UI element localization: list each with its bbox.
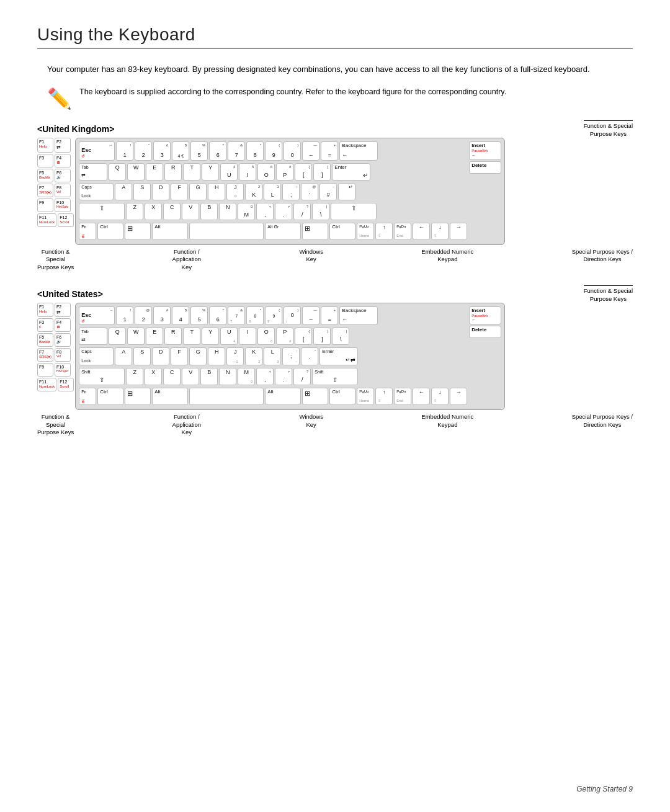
- us-key-o: O 6: [257, 328, 275, 345]
- uk-key-dash: — –: [302, 141, 319, 160]
- uk-key-rbrace: } ]: [313, 163, 331, 181]
- us-key-rightarrow: →: [450, 388, 467, 405]
- uk-key-ctrl2: Ctrl: [329, 223, 355, 240]
- uk-key-lparen: ( 9: [265, 141, 282, 160]
- uk-fn-sidebar: F1 Help F2 ⇄ F3 F4: [37, 138, 74, 226]
- uk-key-pgup: PgUp Home: [357, 223, 374, 240]
- us-key-insert: Insert PauseBrk ←: [469, 306, 501, 324]
- us-kbd-main: ~ Esc ↺ ! 1 @ 2: [79, 306, 467, 406]
- us-key-esc: ~ Esc ↺: [79, 306, 115, 325]
- uk-fn-row6: F11 NumLock F12 Scroll: [37, 213, 74, 227]
- us-key-m: M 0: [238, 368, 255, 385]
- uk-fn-row4: F7 SRS(●) F8 Vol: [37, 184, 74, 197]
- us-key-v: V: [182, 368, 199, 385]
- us-f12-key: F12 Scroll: [58, 378, 74, 391]
- us-key-hash: # 3: [153, 306, 171, 325]
- us-key-win: ⊞: [125, 388, 151, 405]
- uk-ann-left: Function &SpecialPurpose Keys: [37, 248, 74, 272]
- uk-key-leftarrow: ←: [413, 223, 430, 240]
- uk-right-keys: Insert PauseBrk ← Delete: [469, 141, 501, 241]
- us-top-right-ann: Function & SpecialPurpose Keys: [584, 285, 633, 303]
- us-key-leftarrow: ←: [413, 388, 430, 405]
- uk-key-q: Q: [109, 163, 126, 181]
- uk-key-a: A: [115, 183, 132, 200]
- us-key-y: Y: [202, 328, 219, 345]
- uk-f4-key: F4 🖥: [55, 154, 71, 167]
- us-fn-row5: F9 F10 Hrk/Spkr: [37, 363, 74, 377]
- uk-f1-key: F1 Help: [37, 138, 53, 152]
- us-key-i: I: [239, 328, 256, 345]
- us-key-z: Z: [126, 368, 143, 385]
- us-key-caret: ^ 6: [209, 306, 226, 325]
- us-key-ctrl2: Ctrl: [329, 388, 355, 405]
- us-f5-key: F5 Backlit: [37, 333, 53, 347]
- uk-key-c: C: [163, 203, 181, 220]
- uk-row3: Caps Lock A S D F G H J ⊙: [79, 183, 467, 200]
- us-f6-key: F6 🔊: [55, 333, 71, 347]
- uk-key-semi: : ;: [282, 183, 300, 200]
- us-key-win2: ⊞: [302, 388, 328, 405]
- uk-f8-key: F8 Vol: [55, 184, 71, 197]
- uk-row1: → Esc ↺ ! 1 " 2: [79, 141, 467, 160]
- uk-row5: Fn 🖨 Ctrl ⊞ Alt: [79, 223, 467, 240]
- uk-key-capslock: Caps Lock: [79, 183, 114, 200]
- us-row2: Tab ⇄ Q W E R T Y U 4: [79, 328, 467, 345]
- us-key-j: J —1: [226, 347, 244, 365]
- us-key-rparen: ) 0 /: [284, 306, 301, 325]
- uk-key-l: 3 L: [264, 183, 281, 200]
- us-key-fn: Fn 🖨: [79, 388, 96, 405]
- us-key-lt: < ,: [256, 368, 274, 385]
- uk-key-x: X: [145, 203, 162, 220]
- uk-key-insert: Insert PauseBrk ←: [469, 141, 501, 159]
- us-key-r: R: [164, 328, 182, 345]
- uk-key-u: 4 U: [220, 163, 238, 181]
- uk-key-delete: Delete: [469, 161, 501, 174]
- us-key-u: U 4: [220, 328, 238, 345]
- us-fn-row4: F7 SRS(●) F8 Vol: [37, 348, 74, 362]
- us-key-g: G: [189, 347, 207, 365]
- us-key-dollar: $ 4: [172, 306, 189, 325]
- uk-key-amp: & 7: [228, 141, 245, 160]
- page-footer: Getting Started 9: [576, 785, 633, 793]
- page-title: Using the Keyboard: [37, 25, 633, 45]
- us-ann-right: Special Purpose Keys /Direction Keys: [572, 413, 633, 437]
- us-key-at: @ 2: [135, 306, 152, 325]
- uk-key-lt: < ,: [256, 203, 274, 220]
- uk-key-altgr: Alt Gr: [265, 223, 301, 240]
- uk-key-space: [189, 223, 264, 240]
- us-key-quote: " ': [301, 347, 318, 365]
- uk-top-right-ann-line: [584, 120, 633, 121]
- us-key-backspace: Backspace ←: [339, 306, 378, 325]
- uk-annotations: Function &SpecialPurpose Keys Function /…: [37, 248, 633, 272]
- uk-key-o: 6 O: [257, 163, 275, 181]
- uk-key-pipe: | \: [312, 203, 329, 220]
- us-f11-key: F11 NumLock: [37, 378, 56, 391]
- uk-key-lbrace: { [: [295, 163, 312, 181]
- us-key-s: S: [133, 347, 151, 365]
- uk-f2-key: F2 ⇄: [55, 138, 71, 152]
- uk-key-i: 5 I: [239, 163, 256, 181]
- us-main-keyboard: ~ Esc ↺ ! 1 @ 2: [75, 303, 505, 410]
- uk-f11-key: F11 NumLock: [37, 213, 56, 227]
- title-divider: [37, 48, 633, 49]
- us-key-l: L 3: [264, 347, 281, 365]
- uk-fn-row3: F5 Backlit F6 🔊: [37, 169, 74, 182]
- uk-key-t: T: [183, 163, 200, 181]
- uk-key-k: 2 K: [245, 183, 262, 200]
- uk-f10-key: F10 Hrk/Spkr: [55, 199, 71, 212]
- page-container: Using the Keyboard Your computer has an …: [37, 25, 633, 437]
- us-key-delete: Delete: [469, 326, 501, 338]
- us-key-pipe2: | \: [332, 328, 349, 345]
- uk-key-m: 0 M: [238, 203, 255, 220]
- us-key-b: B: [200, 368, 218, 385]
- uk-key-alt: Alt: [152, 223, 188, 240]
- us-ann-mid1: Function /ApplicationKey: [172, 413, 201, 437]
- us-key-pgdn: PgDn End: [394, 388, 411, 405]
- us-row1: ~ Esc ↺ ! 1 @ 2: [79, 306, 467, 325]
- us-f3-key: F3 €: [37, 318, 53, 332]
- us-f10-key: F10 Hrk/Spkr: [55, 363, 71, 377]
- uk-key-downarrow: ↓ ⇧: [431, 223, 449, 240]
- us-f2-key: F2 ⇄: [55, 303, 71, 317]
- us-key-c: C: [163, 368, 181, 385]
- uk-key-at: @ ': [301, 183, 318, 200]
